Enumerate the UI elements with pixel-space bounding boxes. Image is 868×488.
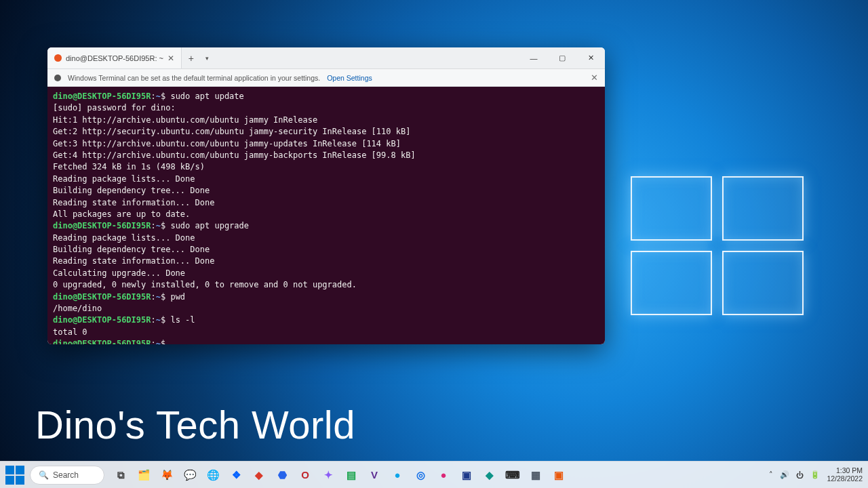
infobar-close-icon[interactable]: ✕ [591, 73, 598, 83]
terminal-body[interactable]: dino@DESKTOP-56DI95R:~$ sudo apt update … [47, 87, 605, 344]
search-icon: 🔍 [39, 470, 49, 480]
tray-date: 12/28/2022 [827, 475, 863, 483]
tray-network-icon[interactable]: ⏻ [796, 471, 804, 479]
start-button[interactable] [5, 466, 24, 485]
window-titlebar[interactable]: dino@DESKTOP-56DI95R: ~ ✕ + ▾ — ▢ ✕ [47, 47, 605, 69]
search-placeholder: Search [53, 470, 79, 480]
windows-logo-wallpaper [631, 176, 821, 325]
system-tray: ˄ 🔊 ⏻ 🔋 1:30 PM 12/28/2022 [769, 467, 863, 483]
tray-sound-icon[interactable]: 🔊 [780, 470, 789, 479]
app-icon-3[interactable]: ✦ [319, 466, 338, 485]
tab-title: dino@DESKTOP-56DI95R: ~ [66, 54, 163, 62]
terminal-icon[interactable]: ⌨ [503, 466, 522, 485]
chrome-icon[interactable]: ◎ [411, 466, 430, 485]
firefox-icon[interactable]: 🦊 [157, 466, 176, 485]
dropbox-icon[interactable]: ❖ [226, 466, 245, 485]
watermark-text: Dino's Tech World [35, 402, 355, 447]
desktop: Dino's Tech World dino@DESKTOP-56DI95R: … [0, 0, 868, 488]
tray-clock[interactable]: 1:30 PM 12/28/2022 [827, 467, 863, 483]
app-icon-5[interactable]: ● [388, 466, 407, 485]
opera-icon[interactable]: O [296, 466, 315, 485]
tab-close-icon[interactable]: ✕ [167, 54, 174, 63]
recorder-icon[interactable]: ▣ [549, 466, 568, 485]
app-icon-7[interactable]: ◆ [480, 466, 499, 485]
tray-battery-icon[interactable]: 🔋 [810, 470, 820, 479]
task-view-icon[interactable]: ⧉ [111, 466, 130, 485]
file-explorer-icon[interactable]: 🗂️ [134, 466, 153, 485]
app-icon-4[interactable]: ▤ [342, 466, 361, 485]
close-button[interactable]: ✕ [576, 47, 605, 68]
ubuntu-icon [54, 54, 62, 62]
app-icon-1[interactable]: ◆ [250, 466, 269, 485]
infobar: Windows Terminal can be set as the defau… [47, 69, 605, 87]
tab-dropdown-icon[interactable]: ▾ [201, 47, 214, 68]
infobar-text: Windows Terminal can be set as the defau… [68, 74, 320, 82]
edge-icon[interactable]: 🌐 [203, 466, 222, 485]
chat-icon[interactable]: 💬 [180, 466, 199, 485]
app-icon-2[interactable]: ⬣ [273, 466, 292, 485]
terminal-window: dino@DESKTOP-56DI95R: ~ ✕ + ▾ — ▢ ✕ Wind… [47, 47, 605, 344]
app-icon-6[interactable]: ● [434, 466, 453, 485]
open-settings-link[interactable]: Open Settings [327, 74, 372, 82]
maximize-button[interactable]: ▢ [548, 47, 576, 68]
info-icon [54, 75, 61, 81]
vbox-icon[interactable]: ▣ [457, 466, 476, 485]
taskbar: 🔍 Search ⧉🗂️🦊💬🌐❖◆⬣O✦▤V●◎●▣◆⌨▦▣ ˄ 🔊 ⏻ 🔋 1… [0, 461, 868, 488]
terminal-tab[interactable]: dino@DESKTOP-56DI95R: ~ ✕ [47, 47, 182, 68]
search-box[interactable]: 🔍 Search [30, 466, 104, 485]
minimize-button[interactable]: — [519, 47, 548, 68]
taskbar-app-icons: ⧉🗂️🦊💬🌐❖◆⬣O✦▤V●◎●▣◆⌨▦▣ [111, 466, 568, 485]
tray-time: 1:30 PM [827, 467, 863, 475]
tray-chevron-icon[interactable]: ˄ [769, 470, 773, 479]
new-tab-button[interactable]: + [182, 47, 201, 68]
vs-icon[interactable]: V [365, 466, 384, 485]
app-icon-8[interactable]: ▦ [526, 466, 545, 485]
